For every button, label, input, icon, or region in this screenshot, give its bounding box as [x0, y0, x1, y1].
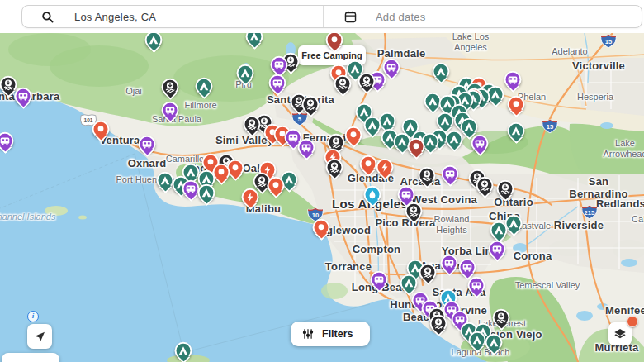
filters-sliders-icon: [302, 328, 314, 340]
search-box: Los Angeles, CA Add dates: [21, 5, 642, 28]
marker-poi[interactable]: [213, 164, 230, 181]
marker-dump[interactable]: [405, 202, 423, 220]
marker-rv[interactable]: [271, 56, 288, 74]
marker-rv[interactable]: [441, 255, 458, 272]
marker-poi[interactable]: [313, 219, 330, 236]
marker-tent[interactable]: [198, 184, 215, 202]
marker-tent[interactable]: [505, 215, 523, 232]
marker-rv[interactable]: [182, 180, 200, 198]
marker-dump[interactable]: [497, 180, 514, 198]
marker-dump[interactable]: [334, 75, 352, 93]
navigation-arrow-icon: [33, 330, 46, 343]
calendar-icon: [343, 10, 358, 24]
svg-text:10: 10: [312, 212, 319, 219]
marker-tent[interactable]: [196, 78, 213, 95]
marker-tent[interactable]: [461, 118, 478, 136]
partial-card: [2, 353, 59, 362]
marker-dump[interactable]: [358, 73, 376, 90]
svg-text:15: 15: [547, 123, 554, 131]
marker-dump[interactable]: [430, 315, 447, 332]
filters-label: Filters: [322, 328, 353, 340]
marker-poi[interactable]: [92, 121, 110, 138]
svg-text:15: 15: [605, 38, 613, 45]
marker-dump[interactable]: [476, 177, 494, 194]
marker-tent[interactable]: [364, 117, 381, 134]
marker-dump[interactable]: [493, 309, 510, 326]
marker-poi[interactable]: [268, 177, 285, 194]
marker-dump[interactable]: [419, 167, 436, 184]
marker-rv[interactable]: [0, 132, 14, 150]
dates-field[interactable]: Add dates: [324, 6, 642, 27]
marker-rv[interactable]: [15, 88, 32, 105]
marker-rv[interactable]: [459, 259, 476, 276]
marker-dump[interactable]: [0, 76, 17, 93]
marker-poi[interactable]: [345, 126, 362, 144]
marker-tent[interactable]: [145, 31, 163, 49]
info-icon[interactable]: i: [27, 311, 39, 322]
layers-icon: [613, 327, 627, 341]
marker-dump[interactable]: [302, 96, 320, 113]
marker-rv[interactable]: [471, 135, 489, 152]
marker-rv[interactable]: [371, 271, 388, 288]
marker-rv[interactable]: [298, 139, 315, 156]
marker-tent[interactable]: [437, 112, 454, 130]
marker-tent[interactable]: [508, 122, 525, 140]
marker-dot[interactable]: [627, 316, 638, 327]
marker-rv[interactable]: [504, 71, 522, 88]
location-search-field[interactable]: Los Angeles, CA: [22, 6, 323, 27]
marker-poi[interactable]: [360, 155, 377, 173]
app: Santa BarbaraOjaiPiruFillmoreSanta Paula…: [0, 0, 644, 362]
marker-rv[interactable]: [489, 241, 506, 258]
marker-poi[interactable]: [508, 96, 525, 113]
marker-tent[interactable]: [400, 274, 418, 292]
marker-rv[interactable]: [269, 74, 286, 92]
interstate-15-shield: 15: [599, 31, 618, 49]
marker-rv[interactable]: [468, 277, 485, 294]
svg-text:5: 5: [298, 116, 302, 123]
marker-tent[interactable]: [469, 331, 486, 349]
location-input-value: Los Angeles, CA: [74, 11, 156, 23]
marker-dump[interactable]: [244, 116, 261, 133]
marker-rv[interactable]: [383, 59, 400, 76]
map[interactable]: Santa BarbaraOjaiPiruFillmoreSanta Paula…: [0, 0, 644, 362]
svg-text:215: 215: [585, 209, 595, 217]
marker-elec[interactable]: [242, 188, 259, 206]
filters-button[interactable]: Filters: [291, 322, 370, 346]
interstate-215-shield: 215: [580, 202, 599, 220]
search-bar: Los Angeles, CA Add dates: [0, 0, 644, 33]
marker-tent[interactable]: [485, 334, 503, 351]
marker-dump[interactable]: [162, 79, 179, 96]
search-icon: [40, 10, 54, 24]
dates-placeholder: Add dates: [376, 11, 425, 23]
marker-elec[interactable]: [376, 159, 394, 176]
marker-rv[interactable]: [162, 102, 179, 119]
marker-rv[interactable]: [398, 186, 415, 203]
marker-tent[interactable]: [175, 342, 192, 360]
marker-rv[interactable]: [139, 136, 156, 153]
marker-red[interactable]: [408, 138, 425, 155]
marker-water[interactable]: [364, 186, 381, 203]
marker-tent[interactable]: [379, 112, 396, 130]
marker-tent[interactable]: [490, 221, 508, 239]
marker-dump[interactable]: [419, 264, 437, 281]
marker-tent[interactable]: [446, 131, 463, 148]
my-location-button[interactable]: [27, 324, 52, 349]
marker-tent[interactable]: [157, 172, 174, 189]
svg-text:101: 101: [83, 117, 92, 123]
interstate-15-shield: 15: [541, 117, 560, 134]
marker-red[interactable]: [326, 31, 343, 49]
marker-rv[interactable]: [442, 165, 459, 183]
marker-tent[interactable]: [237, 64, 254, 82]
marker-tent[interactable]: [433, 63, 450, 80]
marker-dump[interactable]: [326, 159, 343, 176]
